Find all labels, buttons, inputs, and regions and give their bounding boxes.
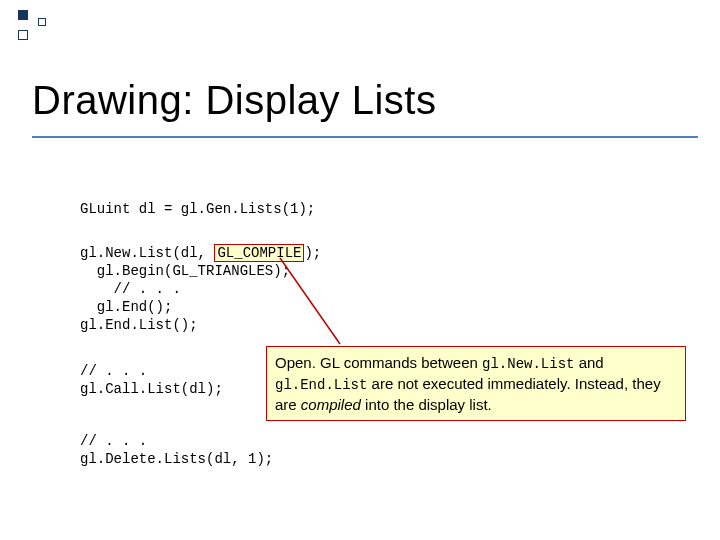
code-block-2: gl.New.List(dl, GL_COMPILE); gl.Begin(GL… [80, 244, 321, 334]
slide: Drawing: Display Lists GLuint dl = gl.Ge… [0, 0, 720, 540]
highlight-gl-compile: GL_COMPILE [214, 244, 304, 262]
callout-text-1: Open. GL commands between [275, 354, 482, 371]
callout-mono-2: gl.End.List [275, 377, 367, 393]
title-underline [32, 136, 698, 138]
code-block-3: // . . . gl.Call.List(dl); [80, 362, 223, 398]
callout-text-4: into the display list. [361, 396, 492, 413]
decor-square-filled [18, 10, 28, 20]
callout-text-2: and [574, 354, 603, 371]
decor-square-outline [18, 30, 28, 40]
callout-box: Open. GL commands between gl.New.List an… [266, 346, 686, 421]
slide-title: Drawing: Display Lists [32, 78, 436, 123]
callout-italic: compiled [301, 396, 361, 413]
callout-mono-1: gl.New.List [482, 356, 574, 372]
code-block-1: GLuint dl = gl.Gen.Lists(1); [80, 200, 315, 218]
code-line-pre: gl.New.List(dl, [80, 245, 214, 261]
code-block-4: // . . . gl.Delete.Lists(dl, 1); [80, 432, 273, 468]
decor-square-small [38, 18, 46, 26]
